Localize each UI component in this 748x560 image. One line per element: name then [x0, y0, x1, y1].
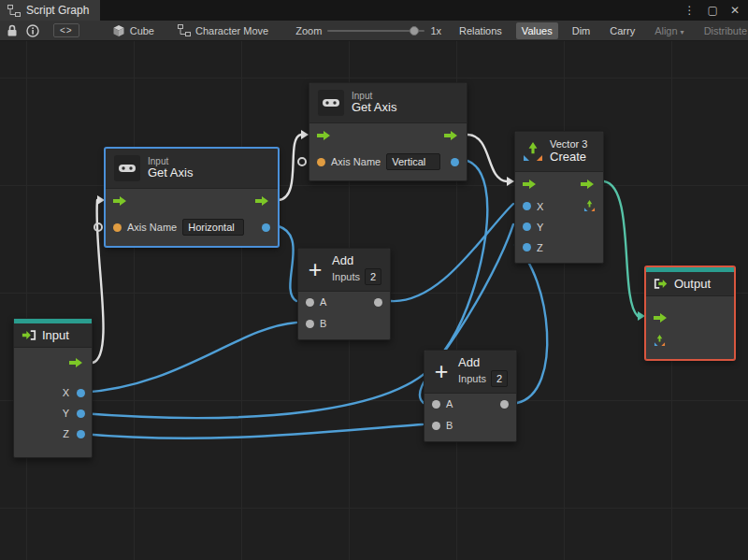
add-icon: +: [306, 257, 324, 281]
unconnected-port-icon[interactable]: [94, 223, 103, 232]
wire-flow-getaxis-h-to-v[interactable]: [279, 135, 301, 200]
wire-data-input-z-to-add-bottom-b[interactable]: [81, 424, 423, 438]
flow-ports-row: [106, 189, 278, 213]
add-icon: +: [432, 359, 451, 383]
x-input-port[interactable]: [523, 202, 531, 210]
values-toggle[interactable]: Values: [516, 22, 558, 39]
wire-arrowhead: [638, 311, 645, 321]
node-add-top[interactable]: + Add Inputs A B: [297, 248, 391, 340]
wire-data-add-bottom-to-vector3-z[interactable]: [515, 245, 547, 403]
script-icon: [178, 24, 191, 36]
vector3-port-icon[interactable]: [583, 200, 596, 212]
carry-toggle[interactable]: Carry: [604, 22, 640, 39]
lock-icon[interactable]: [7, 24, 18, 37]
port-row-y: Y: [14, 403, 92, 424]
zoom-slider[interactable]: [327, 25, 424, 36]
node-get-axis-vertical[interactable]: Input Get Axis Axis Name: [309, 82, 468, 181]
inputs-label: Inputs: [332, 271, 360, 283]
port-row-x: X: [14, 382, 92, 403]
input-a-port[interactable]: [306, 298, 314, 307]
close-icon[interactable]: ✕: [730, 4, 740, 17]
inputs-count-field[interactable]: [365, 268, 381, 285]
vector3-port-icon[interactable]: [654, 335, 666, 347]
flow-in-port[interactable]: [523, 179, 538, 190]
node-title: Add: [332, 254, 381, 268]
zoom-label: Zoom: [295, 25, 322, 36]
dim-toggle[interactable]: Dim: [567, 22, 597, 39]
wire-data-input-x-to-add-top-b[interactable]: [81, 323, 296, 393]
axis-name-input-port[interactable]: [317, 158, 325, 166]
graph-canvas[interactable]: Input Get Axis Axis Name Input: [0, 41, 748, 560]
flow-out-port[interactable]: [444, 130, 459, 141]
port-row-z: Z: [14, 424, 92, 444]
node-get-axis-horizontal[interactable]: Input Get Axis Axis Name: [105, 148, 279, 247]
wire-flow-vector3-to-output[interactable]: [604, 181, 638, 316]
node-title: Create: [550, 151, 587, 165]
port-row-y: Y: [515, 217, 603, 237]
flow-in-port[interactable]: [113, 195, 128, 207]
wire-data-add-top-to-vector3-x[interactable]: [391, 204, 513, 301]
zoom-control: Zoom 1x: [295, 25, 441, 36]
axis-name-field[interactable]: [386, 153, 440, 170]
info-icon[interactable]: [26, 24, 39, 37]
port-row-x: X: [515, 196, 603, 217]
z-output-port[interactable]: [77, 430, 85, 438]
result-output-port[interactable]: [262, 223, 270, 232]
input-b-port[interactable]: [432, 422, 440, 430]
port-label: X: [63, 387, 69, 398]
flow-out-port[interactable]: [255, 195, 270, 207]
result-output-port[interactable]: [451, 158, 459, 166]
flow-in-port[interactable]: [317, 130, 332, 141]
node-add-bottom[interactable]: + Add Inputs A B: [424, 350, 517, 442]
gamepad-icon: [318, 90, 344, 116]
port-row-z: Z: [515, 237, 603, 258]
port-row-b: B: [424, 415, 516, 437]
value-ports-row: Axis Name: [106, 213, 278, 241]
unconnected-port-icon[interactable]: [297, 157, 307, 166]
context-label: Cube: [130, 25, 154, 36]
flow-out-port[interactable]: [581, 179, 596, 190]
wire-data-getaxis-h-to-add-top-a[interactable]: [279, 226, 296, 301]
distribute-dropdown[interactable]: Distribute▾: [698, 22, 748, 39]
value-ports-row: Axis Name: [309, 148, 467, 176]
port-label: Y: [537, 222, 543, 233]
maximize-icon[interactable]: ▢: [708, 4, 718, 17]
code-icon[interactable]: <>: [53, 23, 79, 37]
node-title: Input: [42, 328, 69, 342]
param-label: Axis Name: [127, 222, 177, 233]
sum-output-port[interactable]: [500, 400, 509, 409]
relations-toggle[interactable]: Relations: [453, 22, 508, 39]
graph-name-label: Character Move: [195, 25, 268, 36]
inputs-count-field[interactable]: [491, 370, 508, 387]
flow-in-port[interactable]: [654, 312, 669, 323]
wire-arrowhead: [97, 195, 105, 205]
z-input-port[interactable]: [523, 243, 531, 251]
y-input-port[interactable]: [523, 223, 531, 231]
flow-out-port[interactable]: [69, 357, 84, 368]
input-b-port[interactable]: [306, 320, 314, 328]
input-a-port[interactable]: [432, 400, 440, 409]
menu-icon[interactable]: ⋮: [684, 4, 696, 17]
graph-breadcrumb-button[interactable]: Character Move: [174, 22, 272, 38]
port-row-a: A: [298, 292, 390, 313]
x-output-port[interactable]: [77, 389, 85, 397]
script-graph-icon: [7, 5, 21, 17]
window-controls: ⋮ ▢ ✕: [684, 0, 748, 21]
port-row-b: B: [298, 313, 390, 335]
vector-port-row: [646, 330, 734, 351]
node-graph-input[interactable]: Input X Y Z: [13, 318, 93, 458]
tab-script-graph[interactable]: Script Graph: [0, 0, 100, 21]
align-dropdown[interactable]: Align▾: [649, 22, 689, 39]
node-vector3-create[interactable]: Vector 3 Create X Y Z: [514, 131, 604, 264]
graph-toolbar: <> Cube Character Move Zoom 1x Relations…: [0, 21, 748, 41]
node-graph-output[interactable]: Output: [645, 266, 735, 360]
axis-name-input-port[interactable]: [113, 223, 122, 232]
y-output-port[interactable]: [77, 409, 85, 418]
axis-name-field[interactable]: [182, 219, 244, 236]
context-cube-button[interactable]: Cube: [108, 22, 158, 39]
zoom-slider-handle[interactable]: [410, 26, 419, 36]
wire-flow-getaxis-v-to-vector3[interactable]: [468, 135, 507, 181]
port-label: Z: [63, 428, 69, 439]
node-header: + Add Inputs: [298, 249, 390, 292]
sum-output-port[interactable]: [374, 298, 382, 307]
